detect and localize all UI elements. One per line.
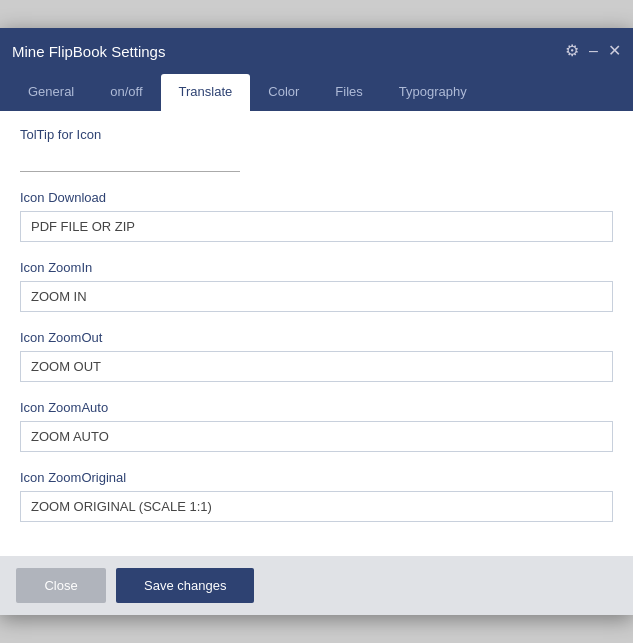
label-tooltip: TolTip for Icon: [20, 127, 613, 142]
input-zoomoriginal[interactable]: [20, 491, 613, 522]
tab-translate[interactable]: Translate: [161, 74, 251, 111]
field-group-tooltip: TolTip for Icon: [20, 127, 613, 172]
field-group-zoomoriginal: Icon ZoomOriginal: [20, 470, 613, 522]
title-bar: Mine FlipBook Settings ⚙ – ✕: [0, 28, 633, 74]
label-zoomauto: Icon ZoomAuto: [20, 400, 613, 415]
window-title: Mine FlipBook Settings: [12, 43, 165, 60]
scroll-content: TolTip for Icon Icon Download Icon ZoomI…: [0, 111, 633, 556]
tab-bar: General on/off Translate Color Files Typ…: [0, 74, 633, 111]
gear-icon[interactable]: ⚙: [565, 43, 579, 59]
label-zoomout: Icon ZoomOut: [20, 330, 613, 345]
label-download: Icon Download: [20, 190, 613, 205]
input-zoomauto[interactable]: [20, 421, 613, 452]
field-group-zoomauto: Icon ZoomAuto: [20, 400, 613, 452]
close-icon[interactable]: ✕: [608, 43, 621, 59]
field-group-download: Icon Download: [20, 190, 613, 242]
input-zoomout[interactable]: [20, 351, 613, 382]
field-group-zoomout: Icon ZoomOut: [20, 330, 613, 382]
footer: Close Save changes: [0, 556, 633, 615]
input-zoomin[interactable]: [20, 281, 613, 312]
tab-color[interactable]: Color: [250, 74, 317, 111]
label-zoomoriginal: Icon ZoomOriginal: [20, 470, 613, 485]
tab-typography[interactable]: Typography: [381, 74, 485, 111]
input-tooltip[interactable]: [20, 148, 240, 172]
close-button[interactable]: Close: [16, 568, 106, 603]
tab-onoff[interactable]: on/off: [92, 74, 160, 111]
main-window: Mine FlipBook Settings ⚙ – ✕ General on/…: [0, 28, 633, 615]
field-group-zoomin: Icon ZoomIn: [20, 260, 613, 312]
save-button[interactable]: Save changes: [116, 568, 254, 603]
label-zoomin: Icon ZoomIn: [20, 260, 613, 275]
window-controls: ⚙ – ✕: [565, 43, 621, 59]
tab-general[interactable]: General: [10, 74, 92, 111]
input-download[interactable]: [20, 211, 613, 242]
tab-files[interactable]: Files: [317, 74, 380, 111]
minimize-icon[interactable]: –: [589, 43, 598, 59]
